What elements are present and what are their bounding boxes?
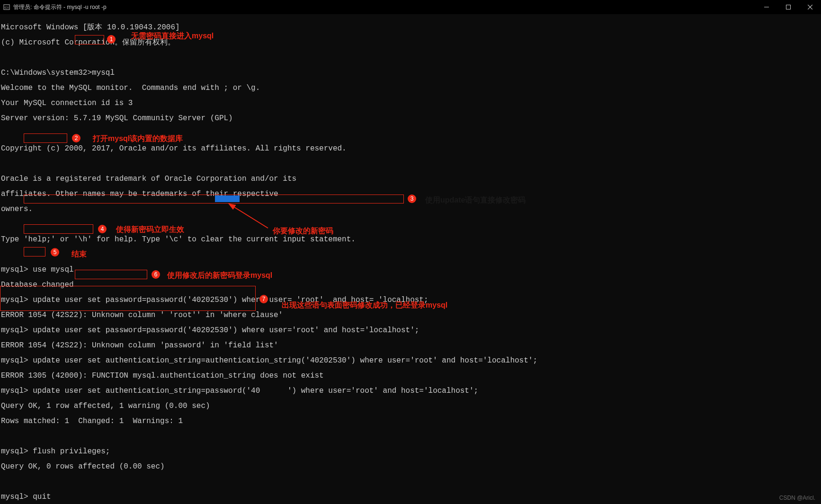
terminal-line: ERROR 1054 (42S22): Unknown column ' 'ro…: [1, 311, 820, 319]
maximize-button[interactable]: [777, 0, 799, 14]
titlebar-left: C:\ 管理员: 命令提示符 - mysql -u root -p: [0, 3, 107, 11]
terminal-line: Copyright (c) 2000, 2017, Oracle and/or …: [1, 145, 820, 152]
terminal-line: affiliates. Other names may be trademark…: [1, 190, 820, 198]
terminal-line: Query OK, 1 row affected, 1 warning (0.0…: [1, 402, 820, 410]
window-title: 管理员: 命令提示符 - mysql -u root -p: [13, 3, 107, 11]
terminal-line: ERROR 1054 (42S22): Unknown column 'pass…: [1, 342, 820, 349]
terminal-line: [1, 221, 820, 228]
terminal-line: Oracle is a registered trademark of Orac…: [1, 175, 820, 183]
terminal-line: mysql> update user set authentication_st…: [1, 357, 820, 364]
terminal-line: mysql> update user set password=password…: [1, 296, 820, 304]
svg-text:C:\: C:\: [5, 6, 9, 9]
terminal-line: [1, 160, 820, 168]
terminal-line: Your MySQL connection id is 3: [1, 99, 820, 107]
terminal-line: Type 'help;' or '\h' for help. Type '\c'…: [1, 236, 820, 243]
terminal-line: (c) Microsoft Corporation。保留所有权利。: [1, 39, 820, 46]
terminal-line: Rows matched: 1 Changed: 1 Warnings: 1: [1, 417, 820, 425]
cmd-icon: C:\: [3, 3, 10, 11]
terminal-line: [1, 130, 820, 137]
terminal-line: Microsoft Windows [版本 10.0.19043.2006]: [1, 24, 820, 31]
terminal-line: Query OK, 0 rows affected (0.00 sec): [1, 463, 820, 470]
svg-rect-3: [786, 5, 791, 9]
terminal-line: Server version: 5.7.19 MySQL Community S…: [1, 115, 820, 122]
window-controls: [756, 0, 821, 14]
terminal-line: mysql> quit: [1, 493, 820, 501]
terminal-line: [1, 251, 820, 258]
terminal-line: C:\Windows\system32>mysql: [1, 69, 820, 77]
watermark: CSDN @Aricl.: [779, 495, 815, 501]
terminal-line: mysql> update user set password=password…: [1, 327, 820, 334]
terminal-line: ERROR 1305 (42000): FUNCTION mysql.authe…: [1, 372, 820, 380]
terminal-line: Database changed: [1, 281, 820, 289]
terminal-line: [1, 433, 820, 440]
terminal-line: owners.: [1, 205, 820, 213]
terminal-line: mysql> flush privileges;: [1, 448, 820, 455]
terminal-line: [1, 54, 820, 62]
close-button[interactable]: [799, 0, 821, 14]
terminal-line: [1, 478, 820, 486]
titlebar: C:\ 管理员: 命令提示符 - mysql -u root -p: [0, 0, 821, 14]
terminal-output[interactable]: Microsoft Windows [版本 10.0.19043.2006] (…: [0, 14, 821, 504]
terminal-line: Welcome to the MySQL monitor. Commands e…: [1, 84, 820, 92]
minimize-button[interactable]: [756, 0, 777, 14]
terminal-line: mysql> use mysql: [1, 266, 820, 274]
terminal-line: mysql> update user set authentication_st…: [1, 387, 820, 395]
